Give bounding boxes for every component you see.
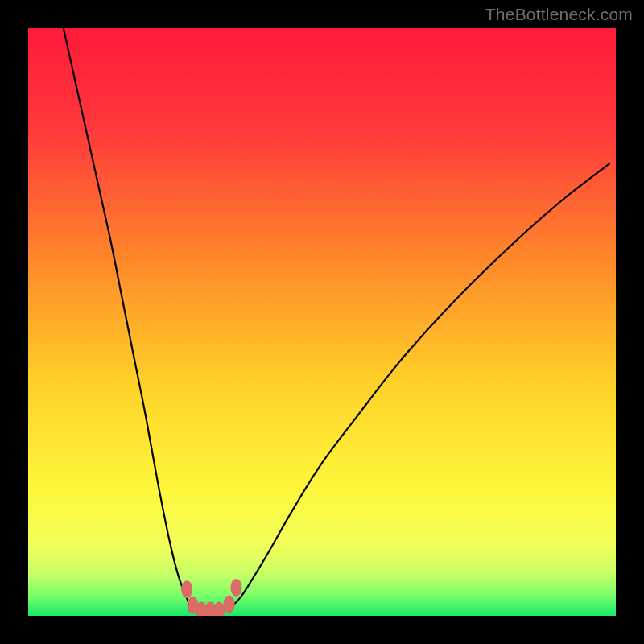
marker-right-top xyxy=(230,579,242,597)
marker-right-bottom xyxy=(224,595,235,613)
plot-area xyxy=(28,28,616,616)
marker-left-top xyxy=(181,580,192,598)
gradient-background xyxy=(28,28,616,616)
plot-svg xyxy=(28,28,616,616)
chart-frame: TheBottleneck.com xyxy=(0,0,644,644)
watermark-text: TheBottleneck.com xyxy=(485,5,633,24)
